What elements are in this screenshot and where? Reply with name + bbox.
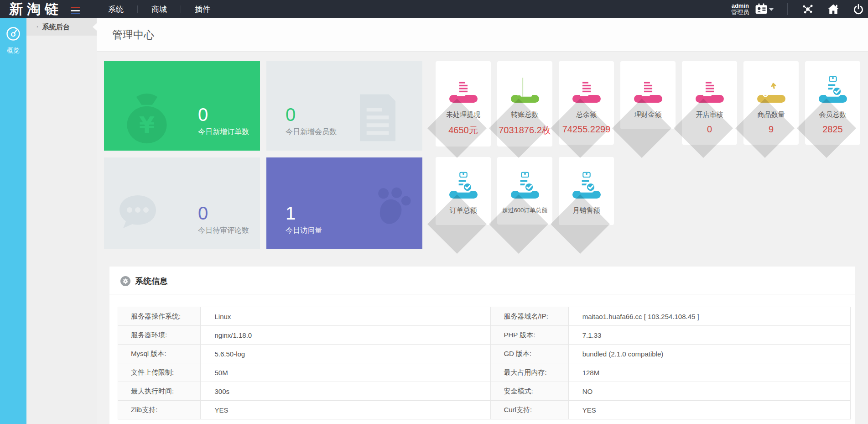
topbar-right: admin 管理员 <box>731 3 868 16</box>
tile-new-members: 0 今日新增会员数 <box>266 61 422 151</box>
document-icon <box>449 95 478 103</box>
card-shop-review[interactable]: 开店审核 0 <box>682 61 737 145</box>
info-key: Mysql 版本: <box>118 345 201 363</box>
home-icon[interactable] <box>827 3 840 16</box>
caret-down-icon[interactable] <box>769 8 774 11</box>
power-icon[interactable] <box>852 3 864 15</box>
collapse-menu-icon[interactable] <box>71 7 80 14</box>
info-value: 7.1.33 <box>568 326 850 345</box>
topbar-divider <box>787 3 788 15</box>
info-value: bundled (2.1.0 compatible) <box>568 345 850 363</box>
top-menu-plugins[interactable]: 插件 <box>181 0 224 18</box>
system-info-table: 服务器操作系统: Linux 服务器域名/IP: maitao1.huafa66… <box>109 294 855 424</box>
clipboard-check-icon <box>449 191 478 199</box>
info-key: Zlib支持: <box>118 401 201 419</box>
svg-text:¥: ¥ <box>139 112 155 138</box>
document-icon <box>355 92 400 145</box>
info-key: 服务器域名/IP: <box>491 307 568 326</box>
table-row: 最大执行时间: 300s 安全模式: NO <box>118 382 851 401</box>
top-menu: 系统 商城 插件 <box>94 0 224 18</box>
content: ¥ 0 今日新增订单数 <box>97 52 868 424</box>
share-nodes-icon[interactable] <box>801 3 814 16</box>
submenu-item-label: 系统后台 <box>42 23 70 31</box>
stat-tiles: ¥ 0 今日新增订单数 <box>104 61 422 249</box>
card-wealth-amount[interactable]: 理财金额 <box>620 61 676 129</box>
sidebar-item-label: 概览 <box>7 47 20 55</box>
info-value: Linux <box>201 307 491 326</box>
card-pending-withdrawals[interactable]: 未处理提现 4650元 <box>436 61 491 147</box>
info-value: YES <box>568 401 850 419</box>
panel-header: 系统信息 <box>109 267 855 294</box>
info-key: 文件上传限制: <box>118 363 201 382</box>
table-row: 文件上传限制: 50M 最大占用内存: 128M <box>118 363 851 382</box>
user-info[interactable]: admin 管理员 <box>731 3 749 16</box>
info-key: Curl支持: <box>491 401 568 419</box>
card-transfer-total[interactable]: 转账总数 7031876.2枚 <box>497 61 552 147</box>
app-logo[interactable]: 新淘链 <box>0 0 67 19</box>
sidebar-item-overview[interactable]: 概览 <box>0 18 26 55</box>
system-info-panel: 系统信息 服务器操作系统: Linux 服务器域名/IP: maitao1.hu… <box>109 267 855 424</box>
paw-icon <box>369 184 415 230</box>
info-key: 最大执行时间: <box>118 382 201 401</box>
info-value: 300s <box>201 382 491 401</box>
tile-label: 今日待审评论数 <box>198 226 251 236</box>
notebook-icon <box>511 95 539 103</box>
info-key: 服务器环境: <box>118 326 201 345</box>
chat-bubble-icon <box>118 194 158 234</box>
info-value: NO <box>568 382 850 401</box>
info-key: GD 版本: <box>491 345 568 363</box>
table-row: 服务器操作系统: Linux 服务器域名/IP: maitao1.huafa66… <box>118 307 851 326</box>
table-row: Mysql 版本: 5.6.50-log GD 版本: bundled (2.1… <box>118 345 851 363</box>
tile-value: 0 <box>286 105 337 125</box>
clipboard-check-icon <box>511 191 539 199</box>
info-value: nginx/1.18.0 <box>201 326 491 345</box>
card-total-balance[interactable]: 总余额 74255.2299 <box>559 61 614 145</box>
card-product-count[interactable]: 商品数量 9 <box>743 61 799 145</box>
top-menu-system[interactable]: 系统 <box>94 0 137 18</box>
info-key: 最大占用内存: <box>491 363 568 382</box>
username: admin <box>731 3 749 9</box>
submenu-item-system-backend[interactable]: · 系统后台 <box>26 18 97 36</box>
document-icon <box>572 95 601 103</box>
submenu: · 系统后台 <box>26 18 97 424</box>
sidebar: 概览 <box>0 18 26 424</box>
clipboard-check-icon <box>819 95 847 103</box>
info-value: 50M <box>201 363 491 382</box>
topbar: 新淘链 系统 商城 插件 admin 管理员 <box>0 0 868 18</box>
quick-cards: 未处理提现 4650元 <box>436 61 860 225</box>
document-icon <box>696 95 724 103</box>
tile-today-visits: 1 今日访问量 <box>266 157 422 249</box>
page-header: 管理中心 <box>97 18 868 52</box>
table-row: 服务器环境: nginx/1.18.0 PHP 版本: 7.1.33 <box>118 326 851 345</box>
gear-icon <box>120 276 130 286</box>
info-value: YES <box>201 401 491 419</box>
tile-value: 0 <box>198 203 251 223</box>
tile-value: 1 <box>286 203 322 223</box>
document-icon <box>634 95 662 103</box>
card-monthly-sales[interactable]: 月销售额 <box>559 157 614 225</box>
hand-truck-icon <box>757 95 785 103</box>
info-value: 5.6.50-log <box>201 345 491 363</box>
gauge-icon <box>5 26 21 44</box>
info-value: 128M <box>568 363 850 382</box>
clipboard-check-icon <box>572 191 601 199</box>
tile-label: 今日新增会员数 <box>286 127 337 137</box>
card-order-total[interactable]: 订单总额 <box>436 157 491 225</box>
card-over-600-order-total[interactable]: 超过600订单总额 <box>497 157 552 225</box>
top-menu-mall[interactable]: 商城 <box>138 0 181 18</box>
page-title: 管理中心 <box>112 28 154 42</box>
panel-title: 系统信息 <box>135 276 168 287</box>
card-member-total[interactable]: 会员总数 2825 <box>805 61 860 145</box>
tile-pending-comments: 0 今日待审评论数 <box>104 157 260 249</box>
info-key: 安全模式: <box>491 382 568 401</box>
user-role: 管理员 <box>731 9 749 16</box>
tile-label: 今日新增订单数 <box>198 127 251 137</box>
info-value: maitao1.huafa66.cc [ 103.254.108.45 ] <box>568 307 850 326</box>
bullet-icon: · <box>36 23 39 31</box>
id-card-icon[interactable] <box>754 3 768 15</box>
info-key: PHP 版本: <box>491 326 568 345</box>
tile-value: 0 <box>198 105 251 125</box>
tile-label: 今日访问量 <box>286 226 322 236</box>
tile-new-orders: ¥ 0 今日新增订单数 <box>104 61 260 151</box>
table-row: Zlib支持: YES Curl支持: YES <box>118 401 851 419</box>
